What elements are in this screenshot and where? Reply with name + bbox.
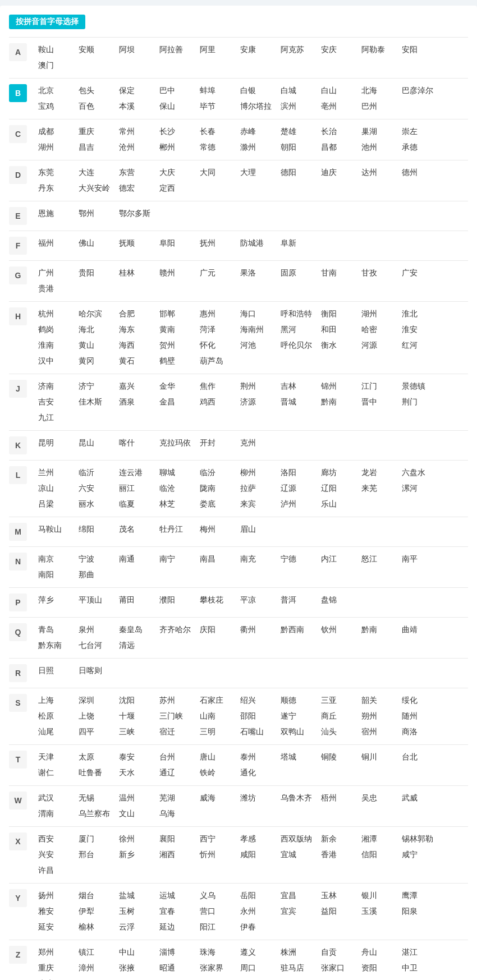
- city-item[interactable]: 六安: [75, 482, 116, 495]
- city-item[interactable]: 驻马店: [277, 961, 318, 975]
- city-item[interactable]: 汕头: [318, 725, 358, 739]
- city-item[interactable]: 普洱: [277, 593, 318, 607]
- city-item[interactable]: 徐州: [116, 832, 156, 846]
- city-item[interactable]: 齐齐哈尔: [156, 623, 196, 637]
- city-item[interactable]: 金华: [156, 380, 196, 393]
- city-item[interactable]: 吴忠: [358, 792, 398, 805]
- city-item[interactable]: 营口: [196, 905, 237, 918]
- city-item[interactable]: 宜昌: [277, 889, 318, 903]
- city-item[interactable]: 拉萨: [237, 482, 277, 495]
- city-item[interactable]: 晋城: [277, 395, 318, 409]
- city-item[interactable]: 漯河: [398, 482, 439, 495]
- city-item[interactable]: 秦皇岛: [116, 623, 156, 637]
- city-item[interactable]: 抚顺: [116, 237, 156, 250]
- city-item[interactable]: 伊春: [237, 921, 277, 934]
- letter-badge-j[interactable]: J: [9, 380, 27, 398]
- city-item[interactable]: 曲靖: [398, 623, 439, 637]
- city-item[interactable]: 长治: [318, 125, 358, 139]
- city-item[interactable]: 西双版纳: [277, 832, 318, 846]
- city-item[interactable]: 许昌: [35, 864, 75, 877]
- city-item[interactable]: 烟台: [75, 889, 116, 903]
- city-item[interactable]: 七台河: [75, 639, 116, 652]
- city-item[interactable]: 孝感: [237, 832, 277, 846]
- city-item[interactable]: 茂名: [116, 523, 156, 536]
- city-item[interactable]: 柳州: [237, 466, 277, 480]
- city-item[interactable]: 本溪: [116, 100, 156, 113]
- city-item[interactable]: 鹤岗: [35, 323, 75, 337]
- city-item[interactable]: 来芜: [358, 482, 398, 495]
- city-item[interactable]: 保定: [116, 84, 156, 98]
- city-item[interactable]: 黄石: [116, 355, 156, 368]
- letter-badge-c[interactable]: C: [9, 125, 27, 143]
- city-item[interactable]: 甘孜: [358, 266, 398, 280]
- city-item[interactable]: 来宾: [237, 498, 277, 511]
- city-item[interactable]: 荆门: [398, 395, 439, 409]
- city-item[interactable]: 和田: [318, 323, 358, 337]
- city-item[interactable]: 防城港: [237, 237, 277, 250]
- city-item[interactable]: 喀什: [116, 436, 156, 450]
- city-item[interactable]: 鄂州: [75, 207, 116, 220]
- city-item[interactable]: 承德: [398, 141, 439, 154]
- city-item[interactable]: 锦州: [318, 380, 358, 393]
- city-item[interactable]: 盐城: [116, 889, 156, 903]
- city-item[interactable]: 张家界: [196, 961, 237, 975]
- city-item[interactable]: 深圳: [75, 694, 116, 707]
- city-item[interactable]: 石家庄: [196, 694, 237, 707]
- city-item[interactable]: 北京: [35, 84, 75, 98]
- city-item[interactable]: 玉溪: [358, 905, 398, 918]
- city-item[interactable]: 张掖: [116, 961, 156, 975]
- city-item[interactable]: 绍兴: [237, 694, 277, 707]
- city-item[interactable]: 林芝: [156, 498, 196, 511]
- city-item[interactable]: 保山: [156, 100, 196, 113]
- city-item[interactable]: 鞍山: [35, 43, 75, 57]
- city-item[interactable]: 阿里: [196, 43, 237, 57]
- city-item[interactable]: 中山: [116, 946, 156, 959]
- city-item[interactable]: 临汾: [196, 466, 237, 480]
- city-item[interactable]: 昌吉: [75, 141, 116, 154]
- city-item[interactable]: 白山: [318, 84, 358, 98]
- city-item[interactable]: 三峡: [116, 725, 156, 739]
- city-item[interactable]: 黔西南: [277, 623, 318, 637]
- city-item[interactable]: 平凉: [237, 593, 277, 607]
- city-item[interactable]: 南宁: [156, 553, 196, 566]
- city-item[interactable]: 衡阳: [318, 307, 358, 321]
- city-item[interactable]: 厦门: [75, 832, 116, 846]
- city-item[interactable]: 成都: [35, 125, 75, 139]
- city-item[interactable]: 岳阳: [237, 889, 277, 903]
- city-item[interactable]: 武威: [398, 792, 439, 805]
- city-item[interactable]: 南昌: [196, 553, 237, 566]
- city-item[interactable]: 辽阳: [318, 482, 358, 495]
- city-item[interactable]: 佛山: [75, 237, 116, 250]
- letter-badge-m[interactable]: M: [9, 523, 27, 541]
- city-item[interactable]: 衢州: [237, 623, 277, 637]
- city-item[interactable]: 蚌埠: [196, 84, 237, 98]
- city-item[interactable]: 安庆: [318, 43, 358, 57]
- city-item[interactable]: 济南: [35, 380, 75, 393]
- city-item[interactable]: 阳泉: [398, 905, 439, 918]
- city-item[interactable]: 泸州: [277, 498, 318, 511]
- city-item[interactable]: 兴安: [35, 848, 75, 862]
- city-item[interactable]: 亳州: [318, 100, 358, 113]
- city-item[interactable]: 济宁: [75, 380, 116, 393]
- city-item[interactable]: 雅安: [35, 905, 75, 918]
- city-item[interactable]: 枣庄: [35, 977, 75, 980]
- city-item[interactable]: 贵港: [35, 282, 75, 296]
- city-item[interactable]: 南充: [237, 553, 277, 566]
- city-item[interactable]: 淄博: [156, 946, 196, 959]
- city-item[interactable]: 襄阳: [156, 832, 196, 846]
- city-item[interactable]: 连云港: [116, 466, 156, 480]
- city-item[interactable]: 随州: [398, 710, 439, 723]
- letter-badge-k[interactable]: K: [9, 436, 27, 454]
- city-item[interactable]: 漳州: [75, 961, 116, 975]
- city-item[interactable]: 海东: [116, 323, 156, 337]
- city-item[interactable]: 毕节: [196, 100, 237, 113]
- city-item[interactable]: 红河: [398, 339, 439, 352]
- city-item[interactable]: 合肥: [116, 307, 156, 321]
- city-item[interactable]: 荆州: [237, 380, 277, 393]
- city-item[interactable]: 绵阳: [75, 523, 116, 536]
- city-item[interactable]: 湘西: [156, 848, 196, 862]
- city-item[interactable]: 四平: [75, 725, 116, 739]
- city-item[interactable]: 丽水: [75, 498, 116, 511]
- city-item[interactable]: 铜川: [358, 751, 398, 764]
- city-item[interactable]: 广安: [398, 266, 439, 280]
